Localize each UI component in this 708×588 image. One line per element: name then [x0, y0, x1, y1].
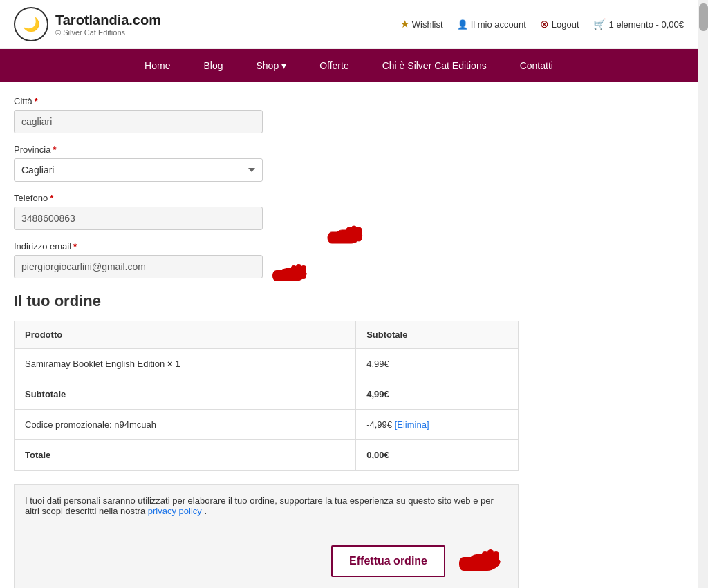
top-nav-right: ★ Wishlist 👤 Il mio account ⊗ Logout 🛒 1…: [400, 18, 684, 30]
telefono-input[interactable]: [14, 207, 263, 230]
top-bar: 🌙 Tarotlandia.com © Silver Cat Editions …: [0, 0, 698, 49]
privacy-text: I tuoi dati personali saranno utilizzati…: [25, 495, 494, 516]
subtotale-value: 4,99€: [356, 379, 519, 410]
hand-pointer-email-icon: [266, 255, 315, 295]
required-star: *: [35, 96, 38, 106]
nav-chi-e[interactable]: Chi è Silver Cat Editions: [366, 49, 503, 82]
citta-label: Città *: [14, 96, 553, 106]
logo-icon: 🌙: [14, 7, 48, 41]
nav-offerte[interactable]: Offerte: [303, 49, 366, 82]
nav-home[interactable]: Home: [128, 49, 187, 82]
svg-rect-3: [301, 265, 306, 279]
totale-label: Totale: [15, 440, 356, 471]
submit-area: Effettua ordine: [14, 527, 519, 588]
privacy-policy-link[interactable]: privacy policy: [148, 506, 202, 516]
logo-area: 🌙 Tarotlandia.com © Silver Cat Editions: [14, 7, 161, 41]
cart-label: 1 elemento - 0,00€: [609, 19, 684, 30]
nav-contatti[interactable]: Contatti: [503, 49, 570, 82]
user-icon: 👤: [457, 19, 468, 30]
provincia-select[interactable]: Cagliari: [14, 158, 263, 182]
account-label: Il mio account: [471, 19, 526, 30]
product-name-cell: Samiramay Booklet English Edition × 1: [15, 349, 356, 379]
main-content: Città * Provincia * Cagliari Telefono: [0, 82, 567, 588]
logo-text: Tarotlandia.com © Silver Cat Editions: [55, 12, 161, 37]
cart-link[interactable]: 🛒 1 elemento - 0,00€: [593, 18, 684, 30]
svg-rect-4: [296, 264, 301, 279]
provincia-field-group: Provincia * Cagliari: [14, 144, 553, 182]
email-wrapper: [14, 255, 263, 278]
site-title: Tarotlandia.com: [55, 12, 161, 28]
citta-input[interactable]: [14, 110, 263, 133]
promo-discount: -4,99€: [366, 419, 392, 430]
logout-icon: ⊗: [540, 18, 549, 30]
privacy-notice: I tuoi dati personali saranno utilizzati…: [14, 484, 519, 527]
email-field-group: Indirizzo email *: [14, 241, 553, 278]
telefono-wrapper: [14, 207, 263, 230]
logout-link[interactable]: ⊗ Logout: [540, 18, 579, 30]
telefono-field-group: Telefono *: [14, 193, 553, 230]
provincia-label: Provincia *: [14, 144, 553, 155]
nav-blog[interactable]: Blog: [187, 49, 239, 82]
promo-label: Codice promozionale: n94mcuah: [15, 410, 356, 440]
hand-pointer-btn-icon: [452, 538, 507, 585]
telefono-label: Telefono *: [14, 193, 553, 203]
totale-value: 0,00€: [356, 440, 519, 471]
privacy-text-end: .: [204, 506, 207, 516]
subtotal-row: Subtotale 4,99€: [15, 379, 519, 410]
account-link[interactable]: 👤 Il mio account: [457, 19, 526, 30]
required-star: *: [73, 241, 77, 252]
email-label: Indirizzo email *: [14, 241, 553, 252]
order-section: Il tuo ordine Prodotto Subtotale Samiram…: [14, 292, 553, 588]
svg-rect-7: [487, 549, 494, 567]
wishlist-link[interactable]: ★ Wishlist: [400, 18, 443, 30]
site-subtitle: © Silver Cat Editions: [55, 28, 161, 37]
svg-rect-5: [291, 265, 297, 279]
cart-icon: 🛒: [593, 18, 606, 30]
col-prodotto: Prodotto: [15, 321, 356, 349]
product-price-cell: 4,99€: [356, 349, 519, 379]
wishlist-label: Wishlist: [412, 19, 443, 30]
total-row: Totale 0,00€: [15, 440, 519, 471]
subtotale-label: Subtotale: [15, 379, 356, 410]
nav-shop[interactable]: Shop ▾: [239, 49, 303, 82]
required-star: *: [50, 193, 53, 203]
product-qty: × 1: [167, 359, 180, 369]
svg-rect-6: [493, 551, 499, 567]
promo-value-cell: -4,99€ [Elimina]: [356, 410, 519, 440]
svg-rect-8: [482, 551, 488, 567]
scrollbar[interactable]: [698, 0, 708, 588]
email-input[interactable]: [14, 255, 263, 278]
logout-label: Logout: [552, 19, 579, 30]
svg-rect-1: [351, 226, 357, 241]
order-table: Prodotto Subtotale Samiramay Booklet Eng…: [14, 321, 519, 471]
main-nav: Home Blog Shop ▾ Offerte Chi è Silver Ca…: [0, 49, 698, 82]
svg-rect-2: [346, 227, 352, 241]
effettua-ordine-button[interactable]: Effettua ordine: [331, 545, 445, 577]
citta-field-group: Città *: [14, 96, 553, 133]
promo-row: Codice promozionale: n94mcuah -4,99€ [El…: [15, 410, 519, 440]
product-row: Samiramay Booklet English Edition × 1 4,…: [15, 349, 519, 379]
chevron-down-icon: ▾: [281, 60, 286, 71]
col-subtotale: Subtotale: [356, 321, 519, 349]
svg-rect-0: [356, 227, 362, 241]
elimina-link[interactable]: [Elimina]: [395, 419, 429, 430]
star-icon: ★: [400, 18, 409, 30]
required-star: *: [53, 144, 56, 155]
product-name: Samiramay Booklet English Edition: [25, 359, 165, 369]
